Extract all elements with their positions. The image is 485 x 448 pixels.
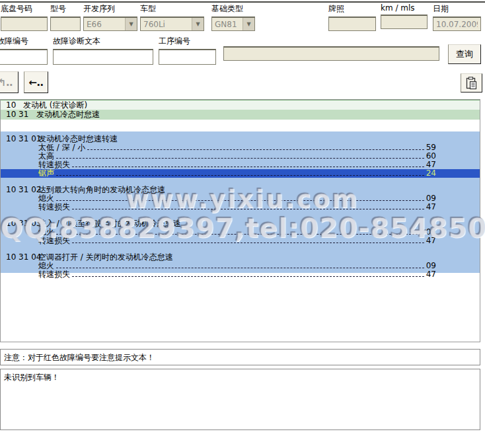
group-row-cold-idle[interactable]: 10 31发动机冷态时怠速 [1,110,480,120]
dev-series-value: E66 [84,18,125,30]
section-10-31-01: 10 31 01发动机冷态时怠速转速 太低 / 深 / 小 59 太高 60 转… [1,135,480,186]
dotted-leader [56,152,424,159]
section-title: 发动机冷态时怠速转速 [38,134,118,143]
symptom-row[interactable]: 转速损失 47 [1,161,480,169]
dotted-leader [56,169,424,176]
plate-input[interactable] [328,17,376,31]
field-mileage: km / mls [381,3,428,29]
field-chassis: 底盘号码 [1,3,48,31]
dotted-leader [72,270,424,277]
symptom-row[interactable]: 太低 / 深 / 小 59 [1,143,480,152]
section-title: 空调器打开 / 关闭时的发动机冷态怠速 [38,252,173,262]
field-plate: 牌照 [328,3,376,31]
section-code: 10 31 03 [6,219,38,228]
top-divider [0,1,485,3]
section-header[interactable]: 10 31 02达到最大转向角时的发动机冷态怠速 [1,186,480,194]
up-arrow-icon: ↰‥ [0,77,13,89]
model-label: 型号 [50,3,81,15]
group-title: 发动机冷态时怠速 [36,110,100,119]
symptom-panel: 10 31 01发动机冷态时怠速转速 太低 / 深 / 小 59 太高 60 转… [1,131,480,273]
dotted-leader [72,161,424,167]
nav-back-button[interactable]: ←‥ [24,71,48,93]
section-code: 10 31 01 [6,135,38,143]
group-title: 发动机 (症状诊断) [23,100,87,110]
fault-no-label: 故障编号 [0,36,48,47]
symptom-row[interactable]: 转速损失 47 [1,203,480,211]
car-type-select[interactable]: 760Li ▼ [140,17,204,31]
date-label: 日期 [433,3,481,15]
group-code: 10 [6,100,23,110]
field-diag-text: 故障诊断文本 [53,36,153,65]
copy-button[interactable] [461,73,482,93]
dev-series-label: 开发序列 [83,3,137,15]
symptom-row[interactable]: 熄火 09 [1,228,480,237]
field-base-type: 基础类型 GN81 ▼ [211,3,255,31]
base-type-label: 基础类型 [211,3,255,15]
dotted-leader [56,262,424,268]
symptom-row[interactable]: 太高 60 [1,152,480,161]
notice-red-fault: 注意：对于红色故障编号要注意提示文本！ [0,349,480,365]
section-code: 10 31 04 [6,253,38,262]
symptom-row[interactable]: 转速损失 47 [1,270,480,279]
section-10-31-03: 10 31 03挂入 / 切换至行驶档时的发动机冷态怠速 熄火 09 转速损失 … [1,219,480,253]
section-header[interactable]: 10 31 03挂入 / 切换至行驶档时的发动机冷态怠速 [1,219,480,228]
notice-text: 注意：对于红色故障编号要注意提示文本！ [4,353,155,362]
plate-label: 牌照 [328,3,376,15]
symptom-row-selected[interactable]: 锯声 24 [1,169,480,178]
section-10-31-02: 10 31 02达到最大转向角时的发动机冷态怠速 熄火 09 转速损失 47 [1,186,480,219]
dotted-leader [87,143,424,150]
symptom-row[interactable]: 熄火 09 [1,262,480,270]
field-work-no: 工序编号 [159,36,216,65]
field-date: 日期 [433,3,481,31]
notice-vehicle: 未识别到车辆！ [0,369,480,430]
dotted-leader [56,228,424,235]
field-dev-series: 开发序列 E66 ▼ [83,3,137,31]
fault-no-input[interactable] [0,49,48,65]
field-car-type: 车型 760Li ▼ [140,3,204,31]
chassis-label: 底盘号码 [1,3,48,15]
field-model: 型号 [50,3,81,31]
symptom-row[interactable]: 转速损失 47 [1,237,480,245]
group-code: 10 31 [6,110,36,120]
car-type-label: 车型 [140,3,204,15]
base-type-value: GN81 [212,18,243,30]
section-10-31-04: 10 31 04空调器打开 / 关闭时的发动机冷态怠速 熄火 09 转速损失 4… [1,253,480,279]
chevron-down-icon[interactable]: ▼ [243,18,254,30]
field-fault-no: 故障编号 [0,36,48,65]
work-no-label: 工序编号 [159,36,216,47]
chassis-input[interactable] [1,17,48,31]
result-field [223,46,439,61]
section-header[interactable]: 10 31 04空调器打开 / 关闭时的发动机冷态怠速 [1,253,480,262]
mileage-label: km / mls [381,3,428,13]
nav-up-button[interactable]: ↰‥ [0,71,19,93]
diagnostic-screen: 底盘号码 型号 开发序列 E66 ▼ 车型 760Li ▼ 基础类型 GN81 … [0,0,485,448]
model-input[interactable] [50,17,81,31]
query-button[interactable]: 查询 [448,44,481,64]
section-title: 达到最大转向角时的发动机冷态怠速 [38,185,165,194]
section-title: 挂入 / 切换至行驶档时的发动机冷态怠速 [38,219,181,228]
dotted-leader [56,194,424,201]
mileage-input[interactable] [381,15,428,29]
base-type-select[interactable]: GN81 ▼ [211,17,255,31]
notice-text: 未识别到车辆！ [4,373,59,382]
work-no-input[interactable] [159,49,216,65]
clipboard-icon [466,77,477,90]
group-row-engine[interactable]: 10发动机 (症状诊断) [1,100,480,110]
diagnosis-list: 10发动机 (症状诊断) 10 31发动机冷态时怠速 10 31 01发动机冷态… [0,99,480,342]
dotted-leader [72,237,424,243]
chevron-down-icon[interactable]: ▼ [125,18,137,30]
diag-text-input[interactable] [53,49,153,65]
chevron-down-icon[interactable]: ▼ [192,18,204,30]
car-type-value: 760Li [141,18,192,30]
symptom-row[interactable]: 熄火 09 [1,194,480,203]
dotted-leader [72,203,424,209]
date-input[interactable] [433,17,481,31]
diag-text-label: 故障诊断文本 [53,36,153,47]
back-arrow-icon: ←‥ [28,77,44,89]
dev-series-select[interactable]: E66 ▼ [83,17,137,31]
section-code: 10 31 02 [6,186,38,194]
field-result [223,46,439,61]
